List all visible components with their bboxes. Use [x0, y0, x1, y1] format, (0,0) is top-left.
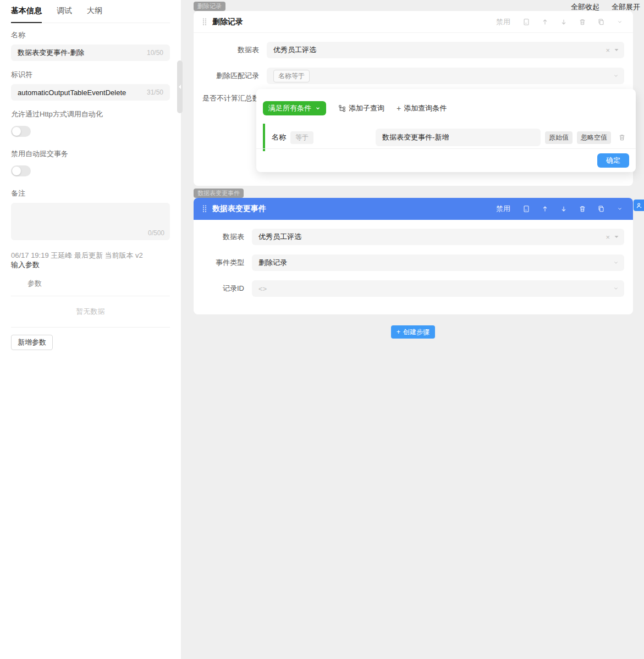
select-icons — [613, 280, 619, 297]
http-toggle[interactable] — [11, 126, 31, 137]
confirm-button[interactable]: 确定 — [597, 153, 629, 168]
chevron-down-icon[interactable] — [613, 285, 619, 292]
params-empty-text: 暂无数据 — [11, 296, 170, 328]
record-id-select[interactable]: <> — [252, 280, 624, 297]
condition-value-input[interactable]: 数据表变更事件-新增 — [376, 129, 541, 146]
remark-counter: 0/500 — [148, 229, 164, 237]
name-counter: 10/50 — [147, 49, 163, 57]
tab-outline[interactable]: 大纲 — [87, 6, 102, 23]
add-param-button[interactable]: 新增参数 — [11, 335, 53, 350]
move-down-icon[interactable] — [559, 204, 568, 213]
clear-icon[interactable]: × — [606, 46, 610, 54]
collaborator-button[interactable] — [634, 200, 644, 211]
plus-icon: + — [397, 104, 401, 113]
chevron-down-icon[interactable] — [613, 73, 619, 79]
step1-title: 删除记录 — [212, 17, 243, 27]
collapse-chevron-icon[interactable] — [615, 204, 624, 213]
step2-title: 数据表变更事件 — [212, 204, 266, 214]
copy-icon[interactable] — [597, 18, 606, 26]
name-input[interactable]: 数据表变更事件-删除 10/50 — [11, 45, 170, 61]
move-up-icon[interactable] — [541, 18, 549, 26]
drag-handle-icon[interactable] — [202, 18, 207, 26]
select-icons — [613, 68, 619, 84]
disable-step-button[interactable]: 禁用 — [496, 17, 510, 27]
sidebar-collapse-handle[interactable] — [177, 60, 183, 113]
dropdown-caret-icon[interactable] — [614, 47, 619, 53]
record-id-label: 记录ID — [202, 284, 244, 293]
datasheet-select[interactable]: 优秀员工评选 × — [252, 229, 624, 245]
condition-row: 名称 等于 数据表变更事件-新增 原始值 忽略空值 — [263, 124, 626, 151]
delete-icon[interactable] — [578, 204, 587, 213]
autocommit-toggle-label: 禁用自动提交事务 — [11, 149, 170, 159]
step1-actions: 禁用 — [496, 17, 624, 27]
chevron-down-icon[interactable] — [613, 259, 619, 266]
remark-textarea[interactable]: 0/500 — [11, 203, 170, 240]
condition-mode-label: 满足所有条件 — [268, 103, 311, 113]
doc-icon[interactable] — [522, 204, 531, 213]
person-icon — [636, 202, 642, 209]
subquery-tree-icon — [338, 104, 346, 112]
filter-condition-popover: 满足所有条件 添加子查询 + 添加查询条件 名称 等于 数据表变更事件-新增 原… — [256, 89, 636, 172]
params-column-header: 参数 — [11, 279, 170, 296]
add-subquery-label: 添加子查询 — [349, 103, 384, 113]
match-record-select[interactable]: 名称等于 — [267, 68, 624, 84]
condition-mode-dropdown[interactable]: 满足所有条件 — [263, 101, 326, 115]
ignore-empty-tag[interactable]: 忽略空值 — [577, 131, 611, 144]
datasheet-label: 数据表 — [202, 232, 244, 242]
create-step-button[interactable]: + 创建步骤 — [391, 325, 435, 339]
disable-step-button[interactable]: 禁用 — [496, 204, 510, 214]
step2-actions: 禁用 — [496, 204, 624, 214]
event-type-select[interactable]: 删除记录 — [252, 254, 624, 271]
datasheet-value: 优秀员工评选 — [258, 232, 301, 242]
raw-value-tag[interactable]: 原始值 — [545, 131, 573, 144]
match-record-label: 删除匹配记录 — [202, 71, 259, 81]
identifier-value: automaticOutputTableEventDelete — [18, 88, 126, 97]
doc-icon[interactable] — [522, 18, 531, 26]
copy-icon[interactable] — [597, 204, 606, 213]
add-subquery-button[interactable]: 添加子查询 — [338, 103, 384, 113]
step2-card: 数据表变更事件 禁用 数据表 优秀员工评选 × — [194, 198, 633, 314]
delete-icon[interactable] — [578, 18, 587, 26]
remark-label: 备注 — [11, 189, 170, 198]
collapse-arrow-icon — [178, 85, 181, 89]
name-value: 数据表变更事件-删除 — [18, 48, 84, 58]
datasheet-select[interactable]: 优秀员工评选 × — [267, 42, 624, 58]
autocommit-toggle[interactable] — [11, 165, 31, 176]
dropdown-caret-icon[interactable] — [614, 234, 619, 240]
popover-toolbar: 满足所有条件 添加子查询 + 添加查询条件 — [256, 89, 636, 115]
tab-debug[interactable]: 调试 — [57, 6, 72, 23]
http-toggle-label: 允许通过Http方式调用自动化 — [11, 109, 170, 119]
step1-header: 删除记录 禁用 — [194, 11, 633, 33]
match-condition-chip[interactable]: 名称等于 — [273, 70, 310, 82]
summary-label: 是否不计算汇总数 — [202, 93, 260, 103]
identifier-counter: 31/50 — [147, 88, 163, 96]
condition-value: 数据表变更事件-新增 — [382, 132, 449, 142]
step2-body: 数据表 优秀员工评选 × 事件类型 删除记录 — [194, 220, 633, 315]
condition-operator-chip[interactable]: 等于 — [290, 131, 313, 144]
chevron-down-icon — [315, 106, 321, 111]
datasheet-label: 数据表 — [202, 45, 259, 55]
delete-condition-icon[interactable] — [618, 134, 626, 141]
move-down-icon[interactable] — [559, 18, 568, 26]
drag-handle-icon[interactable] — [202, 205, 207, 213]
input-params-title: 输入参数 — [11, 260, 170, 269]
datasheet-row: 数据表 优秀员工评选 × — [202, 42, 624, 58]
identifier-input[interactable]: automaticOutputTableEventDelete 31/50 — [11, 84, 170, 101]
record-id-row: 记录ID <> — [202, 280, 624, 297]
select-icons: × — [606, 42, 619, 58]
tab-basic-info[interactable]: 基本信息 — [11, 6, 42, 23]
condition-field-name[interactable]: 名称 — [272, 132, 286, 142]
datasheet-value: 优秀员工评选 — [273, 45, 316, 55]
add-condition-button[interactable]: + 添加查询条件 — [397, 103, 447, 113]
collapse-chevron-icon[interactable] — [615, 18, 624, 26]
match-record-row: 删除匹配记录 名称等于 — [202, 68, 624, 84]
move-up-icon[interactable] — [541, 204, 549, 213]
name-label: 名称 — [11, 30, 170, 40]
create-step-label: 创建步骤 — [403, 328, 430, 337]
popover-footer: 确定 — [256, 148, 636, 172]
add-condition-label: 添加查询条件 — [404, 103, 447, 113]
clear-icon[interactable]: × — [606, 233, 610, 241]
sidebar-tabs: 基本信息 调试 大纲 — [11, 0, 170, 23]
select-icons: × — [606, 229, 619, 245]
step1-type-badge: 删除记录 — [194, 2, 225, 11]
